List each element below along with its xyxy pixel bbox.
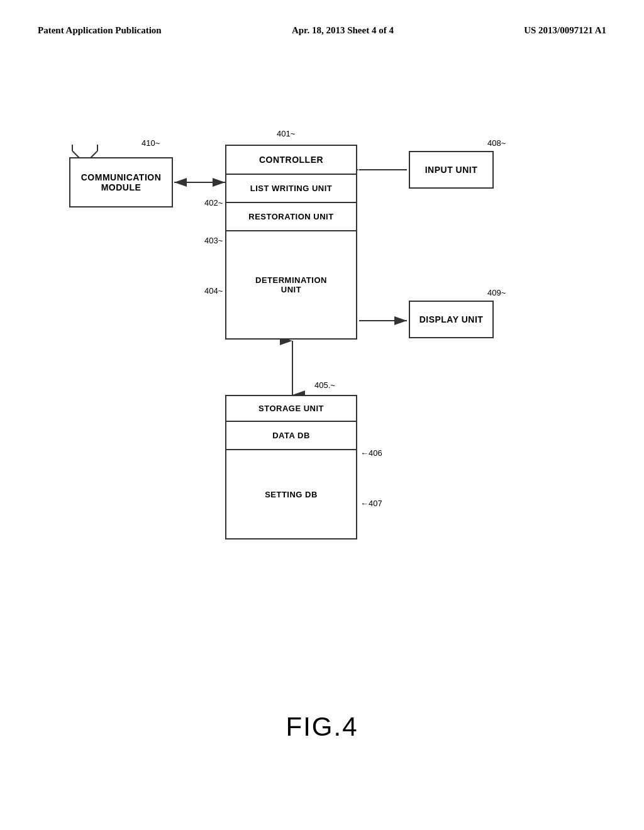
communication-module-label: COMMUNICATION MODULE bbox=[81, 172, 162, 192]
communication-module-box: COMMUNICATION MODULE bbox=[69, 157, 173, 208]
input-unit-box: INPUT UNIT bbox=[409, 151, 494, 189]
ref-402: 402~ bbox=[204, 198, 223, 208]
ref-405: 405.~ bbox=[314, 380, 335, 390]
date-sheet-label: Apr. 18, 2013 Sheet 4 of 4 bbox=[292, 25, 394, 36]
data-db-label: DATA DB bbox=[233, 431, 350, 440]
ref-407: ←407 bbox=[360, 499, 382, 508]
controller-main-block: CONTROLLER LIST WRITING UNIT RESTORATION… bbox=[225, 145, 357, 340]
display-unit-box: DISPLAY UNIT bbox=[409, 301, 494, 338]
determination-unit-label: DETERMINATION UNIT bbox=[255, 275, 327, 294]
patent-number-label: US 2013/0097121 A1 bbox=[524, 25, 606, 36]
setting-db-label: SETTING DB bbox=[233, 490, 350, 499]
controller-label: CONTROLLER bbox=[259, 155, 323, 165]
ref-409: 409~ bbox=[487, 288, 506, 297]
ref-410: 410~ bbox=[142, 138, 160, 148]
list-writing-unit-label: LIST WRITING UNIT bbox=[233, 184, 350, 193]
storage-unit-label: STORAGE UNIT bbox=[258, 404, 324, 413]
storage-unit-outer-box: STORAGE UNIT DATA DB SETTING DB bbox=[225, 395, 357, 540]
ref-401: 401~ bbox=[277, 129, 295, 138]
ref-403: 403~ bbox=[204, 236, 223, 245]
publication-label: Patent Application Publication bbox=[38, 25, 162, 36]
ref-404: 404~ bbox=[204, 286, 223, 296]
ref-406: ←406 bbox=[360, 448, 382, 458]
ref-408: 408~ bbox=[487, 138, 506, 148]
figure-label: FIG.4 bbox=[0, 712, 644, 742]
display-unit-label: DISPLAY UNIT bbox=[419, 314, 484, 324]
input-unit-label: INPUT UNIT bbox=[425, 165, 478, 175]
restoration-unit-label: RESTORATION UNIT bbox=[233, 212, 350, 221]
